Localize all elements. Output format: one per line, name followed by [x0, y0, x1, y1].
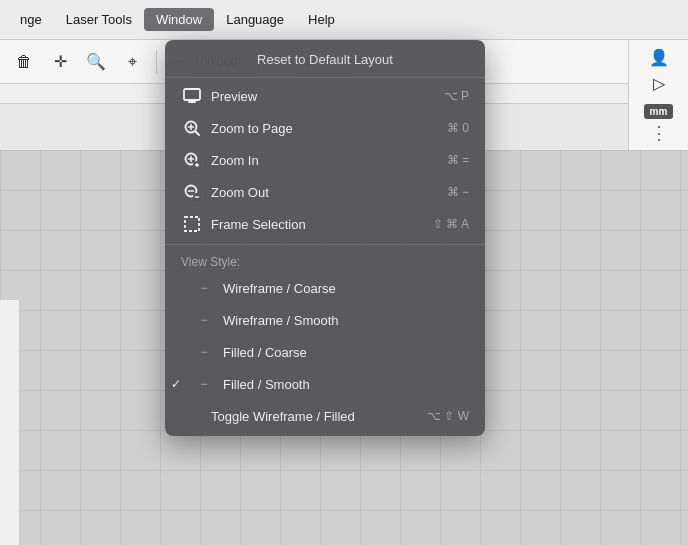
zoom-out-shortcut: ⌘ − [447, 185, 469, 199]
delete-button[interactable]: 🗑 [8, 46, 40, 78]
svg-rect-6 [185, 217, 199, 231]
menubar: nge Laser Tools Window Language Help [0, 0, 688, 40]
view-style-section-label: View Style: [165, 249, 485, 272]
menu-item-help[interactable]: Help [296, 8, 347, 31]
frame-selection-shortcut: ⇧ ⌘ A [433, 217, 469, 231]
wireframe-smooth-label: Wireframe / Smooth [223, 313, 469, 328]
dash-icon-2: − [193, 309, 215, 331]
zoom-out-label: Zoom Out [211, 185, 447, 200]
ruler-vertical [0, 300, 20, 545]
zoom-page-icon [181, 117, 203, 139]
user-icon-btn[interactable]: 👤 [643, 46, 675, 68]
dots-menu-btn[interactable]: ⋮ [643, 122, 675, 144]
dropdown-item-frame-selection[interactable]: Frame Selection ⇧ ⌘ A [165, 208, 485, 240]
dropdown-item-zoom-to-page[interactable]: Zoom to Page ⌘ 0 [165, 112, 485, 144]
preview-label: Preview [211, 89, 444, 104]
dropdown-item-filled-coarse[interactable]: − Filled / Coarse [165, 336, 485, 368]
zoom-button[interactable]: 🔍 [80, 46, 112, 78]
svg-rect-0 [184, 89, 200, 100]
mm-badge[interactable]: mm [644, 104, 674, 119]
dropdown-item-zoom-in[interactable]: Zoom In ⌘ = [165, 144, 485, 176]
zoom-in-label: Zoom In [211, 153, 447, 168]
dropdown-sep1 [165, 244, 485, 245]
dropdown-item-filled-smooth[interactable]: ✓ − Filled / Smooth [165, 368, 485, 400]
dropdown-header[interactable]: Reset to Default Layout [165, 44, 485, 78]
toggle-wireframe-shortcut: ⌥ ⇧ W [427, 409, 469, 423]
preview-shortcut: ⌥ P [444, 89, 469, 103]
frame-selection-label: Frame Selection [211, 217, 433, 232]
filled-coarse-label: Filled / Coarse [223, 345, 469, 360]
frame-selection-icon [181, 213, 203, 235]
zoom-in-shortcut: ⌘ = [447, 153, 469, 167]
dropdown-item-toggle-wireframe[interactable]: Toggle Wireframe / Filled ⌥ ⇧ W [165, 400, 485, 432]
toggle-placeholder-icon [181, 405, 203, 427]
menu-item-window[interactable]: Window [144, 8, 214, 31]
dropdown-item-preview[interactable]: Preview ⌥ P [165, 80, 485, 112]
dash-icon-1: − [193, 277, 215, 299]
right-panel: 👤 ▷ mm ⋮ [628, 40, 688, 150]
menu-item-range[interactable]: nge [8, 8, 54, 31]
menu-item-laser-tools[interactable]: Laser Tools [54, 8, 144, 31]
window-dropdown-menu: Reset to Default Layout Preview ⌥ P Zoom… [165, 40, 485, 436]
dash-icon-3: − [193, 341, 215, 363]
dropdown-item-wireframe-smooth[interactable]: − Wireframe / Smooth [165, 304, 485, 336]
zoom-to-page-label: Zoom to Page [211, 121, 447, 136]
move-button[interactable]: ✛ [44, 46, 76, 78]
toolbar-sep1 [156, 50, 157, 74]
checkmark-icon: ✓ [171, 377, 181, 391]
toggle-wireframe-label: Toggle Wireframe / Filled [211, 409, 427, 424]
zoom-to-page-shortcut: ⌘ 0 [447, 121, 469, 135]
zoom-out-icon [181, 181, 203, 203]
wireframe-coarse-label: Wireframe / Coarse [223, 281, 469, 296]
dropdown-item-zoom-out[interactable]: Zoom Out ⌘ − [165, 176, 485, 208]
send-icon-btn[interactable]: ▷ [643, 72, 675, 94]
monitor-icon [181, 85, 203, 107]
menu-item-language[interactable]: Language [214, 8, 296, 31]
zoom-in-icon [181, 149, 203, 171]
cursor-button[interactable]: ⌖ [116, 46, 148, 78]
filled-smooth-label: Filled / Smooth [223, 377, 469, 392]
dash-icon-4: − [193, 373, 215, 395]
dropdown-item-wireframe-coarse[interactable]: − Wireframe / Coarse [165, 272, 485, 304]
